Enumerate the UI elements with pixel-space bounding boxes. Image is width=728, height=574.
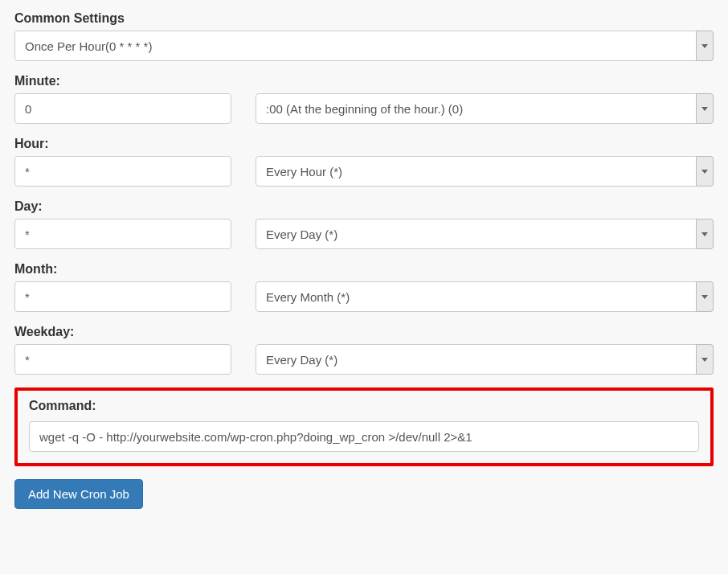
command-label: Command: bbox=[29, 399, 699, 413]
minute-select[interactable]: :00 (At the beginning of the hour.) (0) bbox=[256, 93, 714, 124]
common-settings-select[interactable]: Once Per Hour(0 * * * *) bbox=[14, 31, 714, 61]
common-settings-label: Common Settings bbox=[14, 11, 714, 26]
minute-input[interactable] bbox=[14, 93, 231, 124]
hour-select[interactable]: Every Hour (*) bbox=[256, 156, 714, 187]
minute-label: Minute: bbox=[14, 74, 714, 88]
day-label: Day: bbox=[14, 199, 714, 214]
weekday-label: Weekday: bbox=[14, 325, 714, 339]
day-input[interactable] bbox=[14, 219, 231, 249]
weekday-select[interactable]: Every Day (*) bbox=[256, 344, 714, 375]
day-select[interactable]: Every Day (*) bbox=[256, 219, 714, 249]
command-input[interactable] bbox=[29, 421, 699, 452]
add-new-cron-job-button[interactable]: Add New Cron Job bbox=[14, 479, 143, 509]
hour-label: Hour: bbox=[14, 137, 714, 151]
hour-input[interactable] bbox=[14, 156, 231, 187]
weekday-input[interactable] bbox=[14, 344, 231, 375]
command-highlight-box: Command: bbox=[14, 387, 714, 466]
month-label: Month: bbox=[14, 262, 714, 277]
month-select[interactable]: Every Month (*) bbox=[256, 281, 714, 312]
month-input[interactable] bbox=[14, 281, 231, 312]
